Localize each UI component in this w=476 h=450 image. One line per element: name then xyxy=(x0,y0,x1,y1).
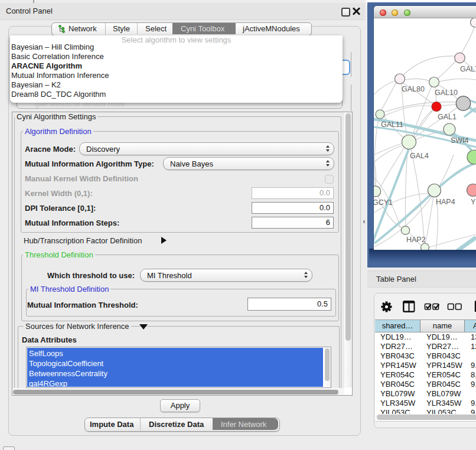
svg-text:HAP4: HAP4 xyxy=(436,198,455,206)
svg-text:GCY1: GCY1 xyxy=(374,198,393,207)
svg-text:GAL80: GAL80 xyxy=(402,85,425,93)
svg-text:HAP2: HAP2 xyxy=(406,236,426,244)
svg-text:SWI4: SWI4 xyxy=(451,136,469,145)
svg-text:GAL11: GAL11 xyxy=(381,120,403,129)
svg-text:Y: Y xyxy=(471,198,476,206)
svg-text:GAL7: GAL7 xyxy=(460,65,476,73)
svg-text:GAL4: GAL4 xyxy=(410,152,429,160)
svg-text:GAL10: GAL10 xyxy=(435,89,458,97)
svg-text:GAL1: GAL1 xyxy=(438,113,457,121)
